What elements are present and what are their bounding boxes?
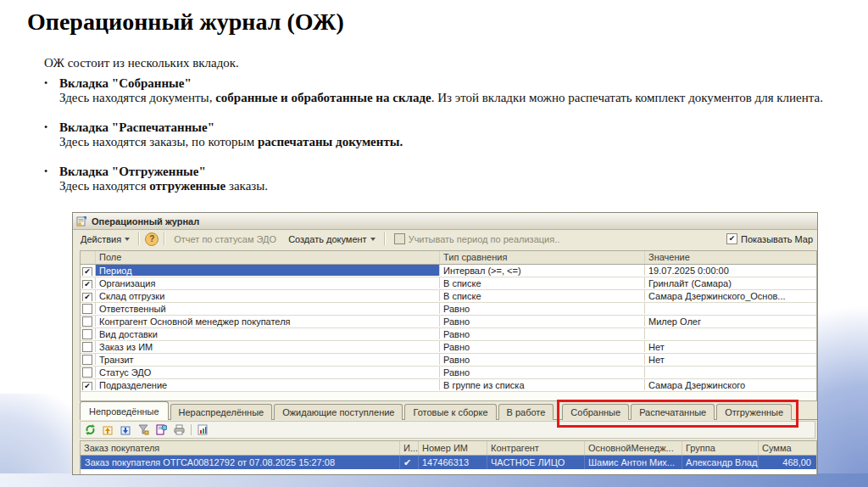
checkbox-mark[interactable] xyxy=(82,342,92,352)
checkbox-mark[interactable]: ✔ xyxy=(82,382,92,391)
bullet-desc-bold: распечатаны документы. xyxy=(258,135,403,148)
row-checkbox-cell[interactable] xyxy=(81,328,95,339)
print-icon[interactable] xyxy=(173,423,186,436)
order-cell-contractor[interactable]: ЧАСТНОЕ ЛИЦО xyxy=(487,456,584,469)
filter-comparison-cell[interactable]: Равно xyxy=(439,303,644,314)
filter-field-cell[interactable]: Транзит xyxy=(95,354,439,365)
filter-field-cell[interactable]: Вид доставки xyxy=(95,328,439,339)
tab-ozhidayushchie[interactable]: Ожидающие поступление xyxy=(274,404,403,420)
actions-button[interactable]: Действия xyxy=(77,232,133,246)
checkbox-mark[interactable] xyxy=(82,316,92,327)
filter-row-warehouse[interactable]: ✔ Склад отгрузки В списке Самара Дзержин… xyxy=(81,290,816,303)
filter-value-cell[interactable] xyxy=(644,367,815,378)
toolbar-separator xyxy=(138,232,140,245)
background-gradient-bottom xyxy=(0,473,868,487)
row-checkbox-cell[interactable]: ✔ xyxy=(81,277,95,288)
filter-icon[interactable] xyxy=(137,423,150,436)
filter-value-cell[interactable]: Гринлайт (Самара) xyxy=(644,277,815,288)
bullet-item-collected: •Вкладка "Собранные" Здесь находятся док… xyxy=(44,76,849,105)
filter-comparison-cell[interactable]: Равно xyxy=(439,328,644,339)
tab-neprovedennye[interactable]: Непроведённые xyxy=(80,401,169,420)
tab-gotovye-k-sborke[interactable]: Готовые к сборке xyxy=(404,404,496,420)
order-cell-name[interactable]: Заказ покупателя ОТГСА00812792 от 07.08.… xyxy=(81,456,399,469)
filter-field-cell[interactable]: Организация xyxy=(95,277,439,288)
report-icon[interactable] xyxy=(197,423,209,436)
filter-field-cell[interactable]: Заказ из ИМ xyxy=(95,341,439,352)
filter-field-cell[interactable]: Ответственный xyxy=(95,303,439,314)
order-cell-manager[interactable]: Шамис Антон Мих... xyxy=(584,456,682,469)
order-cell-sum[interactable]: 468,00 xyxy=(758,456,815,469)
move-up-icon[interactable] xyxy=(102,423,114,436)
show-checkbox[interactable]: ✔ xyxy=(726,233,737,244)
filter-comparison-cell[interactable]: В списке xyxy=(439,277,644,288)
filter-comparison-cell[interactable]: Интервал (>=, <=) xyxy=(439,265,644,276)
filter-row-period[interactable]: ✔ Период Интервал (>=, <=) 19.07.2025 0:… xyxy=(81,265,816,277)
row-checkbox-cell[interactable] xyxy=(81,303,95,314)
orders-table: Заказ покупателя И... Номер ИМ Контраген… xyxy=(80,440,817,475)
filter-value-cell[interactable]: Милер Олег xyxy=(644,316,815,327)
filter-value-cell[interactable]: Нет xyxy=(644,354,815,365)
filter-field-cell[interactable]: Подразделение xyxy=(95,379,439,390)
checkbox-mark[interactable] xyxy=(82,329,92,339)
filter-value-cell[interactable]: 19.07.2025 0:00:00 xyxy=(644,265,815,276)
filter-row-transit[interactable]: Транзит Равно Нет xyxy=(81,354,816,367)
order-cell-check[interactable]: ✔ xyxy=(399,456,418,469)
filter-row-edo-status[interactable]: Статус ЭДО Равно xyxy=(81,367,816,379)
filter-comparison-cell[interactable]: Равно xyxy=(439,316,644,327)
row-checkbox-cell[interactable] xyxy=(81,354,95,365)
row-checkbox-cell[interactable]: ✔ xyxy=(81,290,95,301)
filter-value-cell[interactable]: Самара Дзержинского xyxy=(644,379,815,390)
checkbox-mark[interactable]: ✔ xyxy=(82,267,92,277)
filter-field-cell[interactable]: Период xyxy=(95,265,439,276)
tab-otgruzhennye[interactable]: Отгруженные xyxy=(716,404,792,420)
edo-report-button[interactable]: Отчет по статусам ЭДО xyxy=(170,232,280,246)
filter-row-responsible[interactable]: Ответственный Равно xyxy=(81,303,816,316)
row-checkbox-cell[interactable]: ✔ xyxy=(81,265,95,276)
edo-report-button-label: Отчет по статусам ЭДО xyxy=(174,234,276,244)
filter-row-contractor-manager[interactable]: Контрагент Основной менеджер покупателя … xyxy=(81,316,816,328)
filter-comparison-cell[interactable]: В группе из списка xyxy=(439,379,644,390)
period-checkbox[interactable] xyxy=(394,233,405,244)
period-checkbox-group[interactable]: Учитывать период по реализация.. xyxy=(391,232,564,246)
filter-value-cell[interactable]: Нет xyxy=(644,341,815,352)
filter-field-cell[interactable]: Статус ЭДО xyxy=(95,367,439,378)
row-checkbox-cell[interactable] xyxy=(81,341,95,352)
filter-field-cell[interactable]: Склад отгрузки xyxy=(95,290,439,301)
filter-comparison-cell[interactable]: Равно xyxy=(439,367,644,378)
filter-comparison-cell[interactable]: В списке xyxy=(439,290,644,301)
window-titlebar[interactable]: Операционный журнал xyxy=(73,213,817,230)
bullet-item-printed: •Вкладка "Распечатанные" Здесь находятся… xyxy=(44,120,849,149)
properties-icon[interactable] xyxy=(155,423,168,436)
filter-row-division[interactable]: ✔ Подразделение В группе из списка Самар… xyxy=(81,379,816,392)
filter-value-cell[interactable] xyxy=(644,303,815,314)
filter-row-organization[interactable]: ✔ Организация В списке Гринлайт (Самара) xyxy=(81,277,816,290)
refresh-icon[interactable] xyxy=(84,423,97,436)
tab-raspechatannye[interactable]: Распечатанные xyxy=(631,404,715,420)
checkbox-mark[interactable]: ✔ xyxy=(82,280,92,289)
tab-v-rabote[interactable]: В работе xyxy=(498,404,554,420)
checkbox-mark[interactable] xyxy=(82,367,92,378)
help-icon[interactable]: ? xyxy=(145,232,159,246)
order-cell-im-number[interactable]: 147466313 xyxy=(418,456,487,469)
checkbox-mark[interactable] xyxy=(82,355,92,365)
filter-comparison-cell[interactable]: Равно xyxy=(439,341,644,352)
checkbox-mark[interactable]: ✔ xyxy=(82,293,92,302)
filter-row-delivery-type[interactable]: Вид доставки Равно xyxy=(81,328,816,341)
period-checkbox-label: Учитывать период по реализация.. xyxy=(409,234,560,244)
order-row-selected[interactable]: Заказ покупателя ОТГСА00812792 от 07.08.… xyxy=(81,456,816,469)
move-down-icon[interactable] xyxy=(120,423,132,436)
tab-neraspredelennye[interactable]: Нераспределённые xyxy=(170,404,273,420)
create-document-button[interactable]: Создать документ xyxy=(285,232,379,246)
filter-value-cell[interactable] xyxy=(644,328,815,339)
row-checkbox-cell[interactable]: ✔ xyxy=(81,379,95,390)
filter-value-cell[interactable]: Самара Дзержинского_Основ... xyxy=(644,290,815,301)
filter-field-cell[interactable]: Контрагент Основной менеджер покупателя xyxy=(95,316,439,327)
order-cell-group[interactable]: Александр Влади... xyxy=(682,456,758,469)
tab-sobrannye[interactable]: Собранные xyxy=(562,404,629,420)
row-checkbox-cell[interactable] xyxy=(81,316,95,327)
checkbox-mark[interactable] xyxy=(82,304,92,314)
show-checkbox-group[interactable]: ✔ Показывать Мар xyxy=(726,233,813,244)
row-checkbox-cell[interactable] xyxy=(81,367,95,378)
filter-comparison-cell[interactable]: Равно xyxy=(439,354,644,365)
filter-row-im-order[interactable]: Заказ из ИМ Равно Нет xyxy=(81,341,816,354)
